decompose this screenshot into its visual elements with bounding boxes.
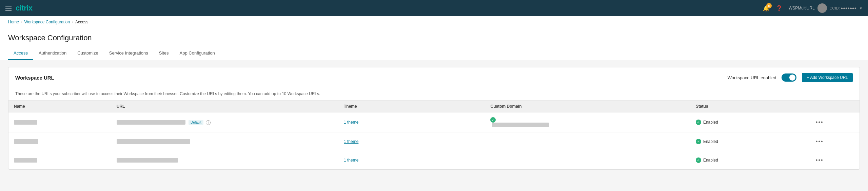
row2-theme-link[interactable]: 1 theme <box>344 139 358 144</box>
help-icon[interactable]: ❓ <box>776 5 783 12</box>
main-content: Workspace URL Workspace URL enabled + Ad… <box>0 60 868 176</box>
row3-custom-domain <box>485 151 690 170</box>
notification-badge: 8 <box>766 3 772 8</box>
menu-button[interactable] <box>5 6 12 10</box>
row1-status: ✓ Enabled <box>690 112 808 132</box>
breadcrumb-current: Access <box>75 20 88 24</box>
default-badge: Default <box>189 120 203 125</box>
row1-domain-check-icon: ✓ <box>490 117 496 123</box>
row1-url-link[interactable]: ●●●●●●●●●●●●●●●●●●●●●●●●●●●● <box>117 120 186 125</box>
breadcrumb-home[interactable]: Home <box>8 20 19 24</box>
row1-theme-link[interactable]: 1 theme <box>344 120 358 125</box>
section-header: Workspace URL Workspace URL enabled + Ad… <box>8 67 860 88</box>
row1-actions: ••• <box>808 112 860 132</box>
col-header-custom-domain: Custom Domain <box>485 101 690 112</box>
username-label: WSPMultiURL <box>789 6 815 10</box>
row2-status: ✓ Enabled <box>690 132 808 151</box>
page-title: Workspace Configuration <box>8 34 860 42</box>
row2-status-icon: ✓ <box>696 139 701 144</box>
row1-more-menu-button[interactable]: ••• <box>813 118 826 127</box>
row2-url-link[interactable]: ●●●●●●●●●●●●●●●●●●●●●●●●●●●●●● <box>117 139 190 144</box>
table-row: ●●●●● ●●●● ●●●●●●●●●●●●●●●●●●●●●●●●●●●● … <box>8 112 860 132</box>
ccid-label: CCID: ●●●●●●● <box>830 6 857 10</box>
section-header-right: Workspace URL enabled + Add Workspace UR… <box>728 73 853 82</box>
info-icon[interactable]: i <box>206 120 211 125</box>
row2-status-label: Enabled <box>703 139 718 144</box>
row2-name: ●●●● ●●●● ● <box>8 132 111 151</box>
tab-service-integrations[interactable]: Service Integrations <box>104 47 154 60</box>
row2-custom-domain <box>485 132 690 151</box>
row2-actions: ••• <box>808 132 860 151</box>
breadcrumb-sep-2: › <box>72 20 73 24</box>
section-title: Workspace URL <box>15 75 54 81</box>
add-workspace-url-button[interactable]: + Add Workspace URL <box>802 73 853 82</box>
row1-status-label: Enabled <box>703 120 718 125</box>
tab-access[interactable]: Access <box>8 47 33 60</box>
top-navigation: citrix 🔔 8 ❓ WSPMultiURL CCID: ●●●●●●● ▼ <box>0 0 868 16</box>
row1-name: ●●●●● ●●●● <box>8 112 111 132</box>
workspace-url-table: Name URL Theme Custom Domain Status ●●●●… <box>8 101 860 169</box>
citrix-logo: citrix <box>16 4 33 13</box>
user-avatar <box>817 3 827 13</box>
user-menu[interactable]: WSPMultiURL CCID: ●●●●●●● ▼ <box>789 3 863 13</box>
row3-actions: ••• <box>808 151 860 170</box>
col-header-actions <box>808 101 860 112</box>
row3-status-label: Enabled <box>703 158 718 163</box>
col-header-url: URL <box>111 101 338 112</box>
table-header-row: Name URL Theme Custom Domain Status <box>8 101 860 112</box>
table-row: ●●●●● ●●●● ●●●●●●●●●●●●●●●●●●●●●●●●● 1 t… <box>8 151 860 170</box>
row1-custom-domain: ✓ ●●●●●●●●●●●●●●●●●●●●●●● <box>485 112 690 132</box>
col-header-status: Status <box>690 101 808 112</box>
row2-more-menu-button[interactable]: ••• <box>813 137 826 146</box>
row2-theme: 1 theme <box>338 132 485 151</box>
breadcrumb-sep-1: › <box>21 20 22 24</box>
page-header: Workspace Configuration Access Authentic… <box>0 28 868 60</box>
row3-url-link[interactable]: ●●●●●●●●●●●●●●●●●●●●●●●●● <box>117 158 178 163</box>
section-description: These are the URLs your subscriber will … <box>8 88 860 101</box>
notification-icon[interactable]: 🔔 8 <box>763 5 770 12</box>
row2-url: ●●●●●●●●●●●●●●●●●●●●●●●●●●●●●● <box>111 132 338 151</box>
tab-authentication[interactable]: Authentication <box>33 47 72 60</box>
row1-status-icon: ✓ <box>696 120 701 125</box>
tab-bar: Access Authentication Customize Service … <box>8 47 860 60</box>
chevron-down-icon: ▼ <box>859 6 863 10</box>
row1-theme: 1 theme <box>338 112 485 132</box>
breadcrumb: Home › Workspace Configuration › Access <box>0 16 868 28</box>
row3-more-menu-button[interactable]: ••• <box>813 156 826 165</box>
row3-url: ●●●●●●●●●●●●●●●●●●●●●●●●● <box>111 151 338 170</box>
table-row: ●●●● ●●●● ● ●●●●●●●●●●●●●●●●●●●●●●●●●●●●… <box>8 132 860 151</box>
workspace-url-section: Workspace URL Workspace URL enabled + Ad… <box>8 67 860 170</box>
row1-url: ●●●●●●●●●●●●●●●●●●●●●●●●●●●● Default i <box>111 112 338 132</box>
tab-app-configuration[interactable]: App Configuration <box>174 47 220 60</box>
row3-status: ✓ Enabled <box>690 151 808 170</box>
toggle-label: Workspace URL enabled <box>728 75 776 80</box>
tab-sites[interactable]: Sites <box>154 47 174 60</box>
col-header-theme: Theme <box>338 101 485 112</box>
workspace-url-toggle[interactable] <box>782 73 796 82</box>
tab-customize[interactable]: Customize <box>72 47 103 60</box>
row3-theme-link[interactable]: 1 theme <box>344 158 358 163</box>
breadcrumb-workspace-config[interactable]: Workspace Configuration <box>24 20 70 24</box>
row3-name: ●●●●● ●●●● <box>8 151 111 170</box>
row3-status-icon: ✓ <box>696 157 701 163</box>
col-header-name: Name <box>8 101 111 112</box>
row3-theme: 1 theme <box>338 151 485 170</box>
